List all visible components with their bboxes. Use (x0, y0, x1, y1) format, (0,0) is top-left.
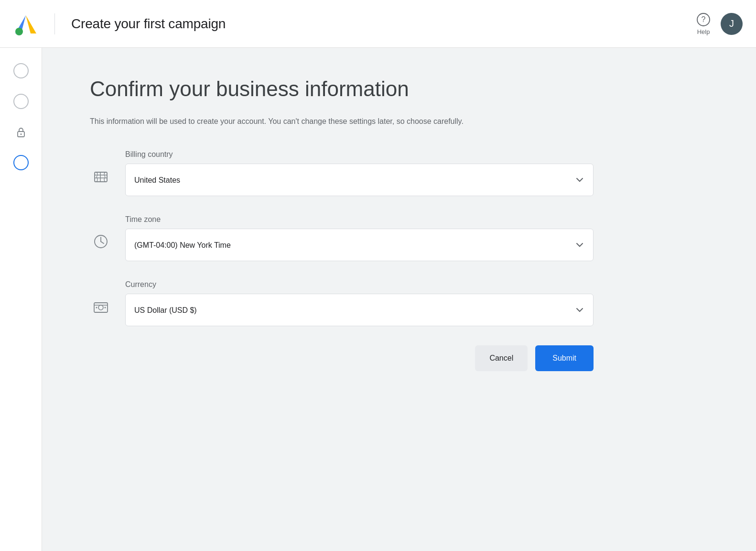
sidebar-step-3[interactable] (13, 124, 29, 140)
svg-point-3 (15, 28, 23, 35)
currency-field: Currency US Dollar (USD $)Euro (EUR €)Br… (90, 280, 718, 326)
svg-point-15 (96, 307, 97, 309)
billing-country-label: Billing country (125, 150, 594, 159)
currency-select[interactable]: US Dollar (USD $)Euro (EUR €)British Pou… (125, 294, 594, 326)
main-content: Confirm your business information This i… (42, 48, 756, 551)
logo-area: Create your first campaign (13, 11, 226, 36)
main-layout: Confirm your business information This i… (0, 48, 756, 551)
currency-icon (90, 296, 112, 318)
cancel-button[interactable]: Cancel (475, 345, 528, 371)
avatar-letter: J (729, 18, 734, 29)
billing-country-select[interactable]: United StatesUnited KingdomCanadaAustral… (125, 164, 594, 196)
currency-content: Currency US Dollar (USD $)Euro (EUR €)Br… (125, 280, 594, 326)
form-footer: Cancel Submit (125, 345, 594, 371)
time-zone-select[interactable]: (GMT-04:00) New York Time(GMT-05:00) Chi… (125, 229, 594, 261)
header: Create your first campaign ? Help J (0, 0, 756, 48)
billing-country-icon (90, 165, 112, 187)
google-ads-logo (13, 11, 38, 36)
currency-label: Currency (125, 280, 594, 289)
help-label: Help (697, 28, 710, 35)
section-title: Confirm your business information (90, 77, 718, 102)
time-zone-content: Time zone (GMT-04:00) New York Time(GMT-… (125, 215, 594, 261)
billing-country-field: Billing country United StatesUnited King… (90, 150, 718, 196)
lock-icon (14, 125, 28, 139)
sidebar-step-2[interactable] (13, 94, 29, 109)
sidebar (0, 48, 42, 551)
header-divider (54, 13, 55, 34)
sidebar-step-4[interactable] (13, 155, 29, 170)
billing-country-content: Billing country United StatesUnited King… (125, 150, 594, 196)
time-zone-field: Time zone (GMT-04:00) New York Time(GMT-… (90, 215, 718, 261)
help-icon: ? (696, 12, 711, 27)
svg-line-11 (101, 242, 104, 243)
svg-marker-2 (26, 15, 36, 33)
billing-country-select-wrapper: United StatesUnited KingdomCanadaAustral… (125, 164, 594, 196)
svg-text:?: ? (702, 15, 706, 23)
svg-point-16 (105, 307, 106, 309)
help-button[interactable]: ? Help (696, 12, 711, 35)
header-actions: ? Help J (696, 12, 743, 35)
page-title: Create your first campaign (71, 16, 226, 32)
section-description: This information will be used to create … (90, 115, 592, 128)
time-zone-label: Time zone (125, 215, 594, 224)
time-zone-select-wrapper: (GMT-04:00) New York Time(GMT-05:00) Chi… (125, 229, 594, 261)
submit-button[interactable]: Submit (535, 345, 594, 371)
svg-point-13 (98, 305, 103, 310)
svg-point-7 (20, 133, 22, 135)
time-zone-icon (90, 231, 112, 253)
sidebar-step-1[interactable] (13, 63, 29, 78)
currency-select-wrapper: US Dollar (USD $)Euro (EUR €)British Pou… (125, 294, 594, 326)
user-avatar[interactable]: J (721, 13, 743, 35)
